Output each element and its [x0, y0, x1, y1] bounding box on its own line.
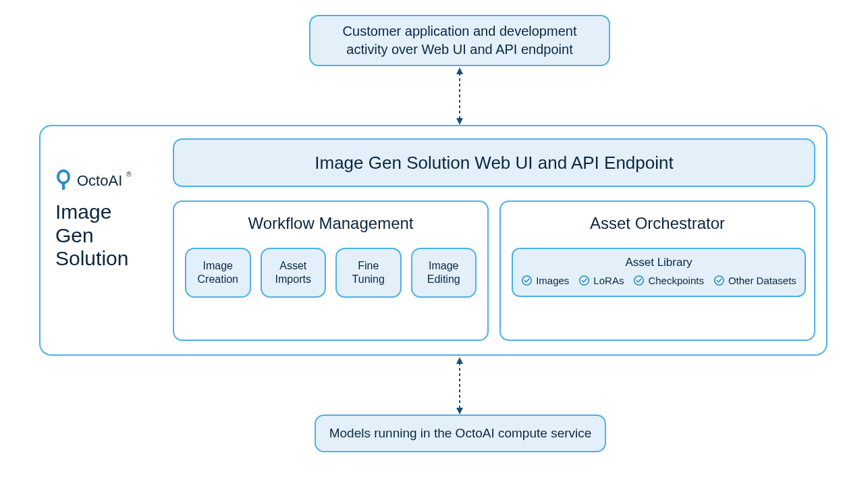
- svg-point-3: [522, 276, 532, 286]
- workflow-item-image-creation: Image Creation: [185, 248, 251, 298]
- brand-subtitle: Image Gen Solution: [55, 200, 128, 271]
- svg-marker-8: [456, 357, 463, 364]
- library-item-images: Images: [521, 275, 569, 286]
- library-item-other-datasets: Other Datasets: [713, 275, 796, 286]
- check-circle-icon: [633, 275, 645, 286]
- library-item-checkpoints: Checkpoints: [633, 275, 704, 286]
- brand-subtitle-line3: Solution: [55, 247, 128, 271]
- library-item-loras: LoRAs: [578, 275, 624, 286]
- svg-marker-2: [456, 118, 463, 125]
- workflow-item-asset-imports: Asset Imports: [261, 248, 327, 298]
- asset-orchestrator-box: Asset Orchestrator Asset Library Images …: [499, 200, 815, 341]
- asset-library-items: Images LoRAs Checkpoints Other Datasets: [520, 275, 798, 286]
- workflow-management-box: Workflow Management Image Creation Asset…: [173, 200, 489, 341]
- compute-service-box: Models running in the OctoAI compute ser…: [315, 414, 606, 452]
- svg-point-6: [715, 276, 724, 286]
- svg-point-5: [634, 276, 644, 286]
- arrow-bottom: [456, 357, 463, 414]
- svg-marker-1: [456, 68, 463, 74]
- check-circle-icon: [521, 275, 533, 286]
- api-endpoint-box: Image Gen Solution Web UI and API Endpoi…: [173, 138, 815, 187]
- brand-name: OctoAI: [77, 172, 122, 190]
- check-circle-icon: [578, 275, 590, 286]
- workflow-title: Workflow Management: [185, 214, 477, 233]
- workflow-item-fine-tuning: Fine Tuning: [335, 248, 402, 298]
- svg-point-4: [580, 276, 589, 286]
- main-solution-container: OctoAI ® Image Gen Solution Image Gen So…: [39, 125, 828, 356]
- workflow-items-row: Image Creation Asset Imports Fine Tuning…: [185, 248, 477, 298]
- customer-activity-text: Customer application and development act…: [327, 22, 593, 59]
- brand-subtitle-line2: Gen: [55, 224, 128, 248]
- workflow-item-image-editing: Image Editing: [411, 248, 477, 298]
- brand-row: OctoAI ®: [54, 168, 132, 194]
- customer-activity-box: Customer application and development act…: [309, 15, 610, 66]
- arrow-top: [456, 68, 463, 125]
- brand-tm-icon: ®: [126, 171, 131, 178]
- check-circle-icon: [713, 275, 725, 286]
- octoai-logo-icon: [54, 168, 73, 194]
- asset-library-title: Asset Library: [520, 256, 798, 269]
- compute-service-text: Models running in the OctoAI compute ser…: [329, 426, 592, 441]
- asset-title: Asset Orchestrator: [512, 214, 803, 233]
- svg-marker-9: [456, 408, 463, 414]
- api-endpoint-text: Image Gen Solution Web UI and API Endpoi…: [315, 153, 673, 173]
- asset-library-box: Asset Library Images LoRAs Checkpoints O…: [512, 248, 806, 297]
- brand-subtitle-line1: Image: [55, 200, 128, 224]
